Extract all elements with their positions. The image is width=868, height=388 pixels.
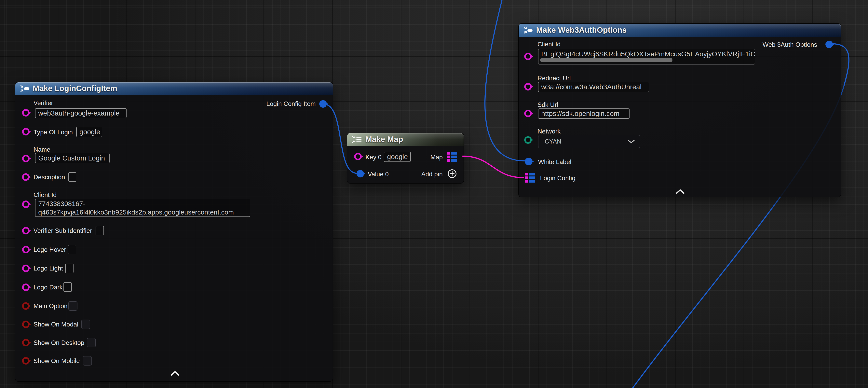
pin-label: Verifier Sub Identifier (33, 227, 92, 234)
pin-label: Sdk Url (537, 101, 558, 109)
pin-label: Network (537, 128, 561, 135)
show-on-desktop-checkbox[interactable] (87, 338, 96, 348)
node-make-map[interactable]: Make Map Key 0 google Map Value 0 Add pi… (347, 133, 464, 184)
pin-show-on-modal[interactable] (22, 321, 30, 328)
pin-label: Type Of Login (33, 128, 73, 136)
make-struct-icon (20, 84, 30, 93)
pin-label: Client Id (33, 191, 57, 199)
pin-label: Key 0 (365, 154, 381, 161)
pin-key0[interactable] (354, 153, 362, 160)
pin-name[interactable] (22, 155, 30, 162)
pin-label: Show On Modal (33, 321, 79, 328)
pin-logo-light[interactable] (22, 265, 30, 272)
pin-label: Logo Light (33, 265, 63, 272)
show-on-mobile-checkbox[interactable] (83, 356, 92, 365)
map-output-label: Map (430, 154, 443, 161)
client-id-scrollbar[interactable] (540, 58, 673, 62)
pin-logo-hover[interactable] (22, 246, 30, 253)
output-pin-label: Web 3Auth Options (763, 41, 817, 48)
pin-verifier-sub-identifier[interactable] (22, 227, 30, 234)
client-id-line2: q463s7kpvja16l4l0kko3nb925ikds2p.apps.go… (38, 208, 234, 216)
node-make-loginconfigitem[interactable]: Make LoginConfigItem Login Config Item V… (15, 82, 333, 382)
key0-input[interactable]: google (384, 152, 411, 162)
pin-label: Logo Dark (33, 284, 63, 291)
client-id-line1: 774338308167- (38, 200, 85, 207)
node-header-make-map[interactable]: Make Map (347, 133, 464, 146)
output-pin-label: Login Config Item (266, 100, 316, 108)
make-map-icon (351, 135, 364, 145)
pin-verifier[interactable] (22, 109, 30, 117)
network-dropdown[interactable]: CYAN (538, 135, 640, 148)
add-pin-label: Add pin (421, 171, 443, 178)
pin-network[interactable] (524, 136, 532, 144)
name-input[interactable]: Google Custom Login (35, 153, 110, 163)
logo-light-input[interactable] (65, 264, 73, 273)
network-selected-value: CYAN (545, 138, 561, 145)
pin-sdk-url[interactable] (524, 110, 532, 117)
chevron-down-icon (628, 139, 634, 144)
type-of-login-input[interactable]: google (76, 127, 102, 137)
pin-label: Redirect Url (537, 74, 571, 82)
pin-label: Client Id (537, 40, 561, 48)
wire-map-to-login-config[interactable] (463, 156, 524, 178)
pin-label: Show On Mobile (33, 357, 80, 364)
redirect-url-input[interactable]: w3a://com.w3a.Web3AuthUnreal (538, 82, 649, 92)
pin-map-out[interactable] (447, 152, 457, 162)
pin-show-on-mobile[interactable] (22, 357, 30, 364)
chevron-up-icon[interactable] (171, 371, 179, 377)
pin-login-config-item-out[interactable] (319, 100, 327, 108)
pin-label: Main Option (33, 302, 68, 310)
main-option-checkbox[interactable] (68, 301, 78, 311)
description-input[interactable] (68, 172, 76, 182)
pin-label: Show On Desktop (33, 339, 84, 347)
logo-hover-input[interactable] (68, 245, 76, 254)
sdk-url-input[interactable]: https://sdk.openlogin.com (538, 109, 629, 119)
logo-dark-input[interactable] (63, 282, 72, 292)
pin-type-of-login[interactable] (22, 128, 30, 136)
add-pin-button[interactable] (448, 169, 457, 178)
chevron-up-icon[interactable] (676, 189, 684, 195)
pin-value0[interactable] (356, 170, 364, 177)
client-id-input[interactable]: 774338308167- q463s7kpvja16l4l0kko3nb925… (35, 199, 250, 217)
pin-label: Logo Hover (33, 246, 66, 253)
pin-web3auth-options-out[interactable] (826, 40, 833, 48)
pin-label: Name (33, 146, 50, 153)
pin-logo-dark[interactable] (22, 283, 30, 291)
client-id-input[interactable]: BEglQSgt4cUWcj6SKRdu5QkOXTsePmMcusG5EAoy… (538, 49, 755, 64)
node-title: Make LoginConfigItem (33, 84, 117, 93)
show-on-modal-checkbox[interactable] (81, 320, 90, 329)
pin-white-label[interactable] (525, 158, 532, 165)
pin-main-option[interactable] (22, 302, 30, 310)
pin-label: Login Config (540, 175, 576, 182)
node-header-make-web3authoptions[interactable]: Make Web3AuthOptions (519, 24, 841, 37)
node-title: Make Web3AuthOptions (536, 26, 626, 34)
verifier-sub-identifier-input[interactable] (96, 226, 104, 235)
pin-redirect-url[interactable] (524, 83, 532, 90)
pin-label: Value 0 (368, 171, 389, 178)
verifier-input[interactable]: web3auth-google-example (35, 108, 127, 118)
pin-label: Verifier (33, 99, 53, 107)
node-make-web3authoptions[interactable]: Make Web3AuthOptions Web 3Auth Options C… (518, 23, 841, 197)
node-title: Make Map (365, 135, 403, 144)
pin-login-config[interactable] (525, 173, 535, 183)
make-struct-icon (523, 26, 533, 35)
pin-description[interactable] (22, 173, 30, 181)
pin-show-on-desktop[interactable] (22, 339, 30, 347)
pin-label: White Label (538, 158, 571, 166)
pin-client-id[interactable] (524, 53, 532, 60)
blueprint-graph-canvas[interactable]: Make LoginConfigItem Login Config Item V… (0, 0, 868, 388)
pin-client-id[interactable] (22, 201, 30, 208)
node-header-make-loginconfigitem[interactable]: Make LoginConfigItem (16, 82, 333, 95)
pin-label: Description (33, 174, 65, 181)
